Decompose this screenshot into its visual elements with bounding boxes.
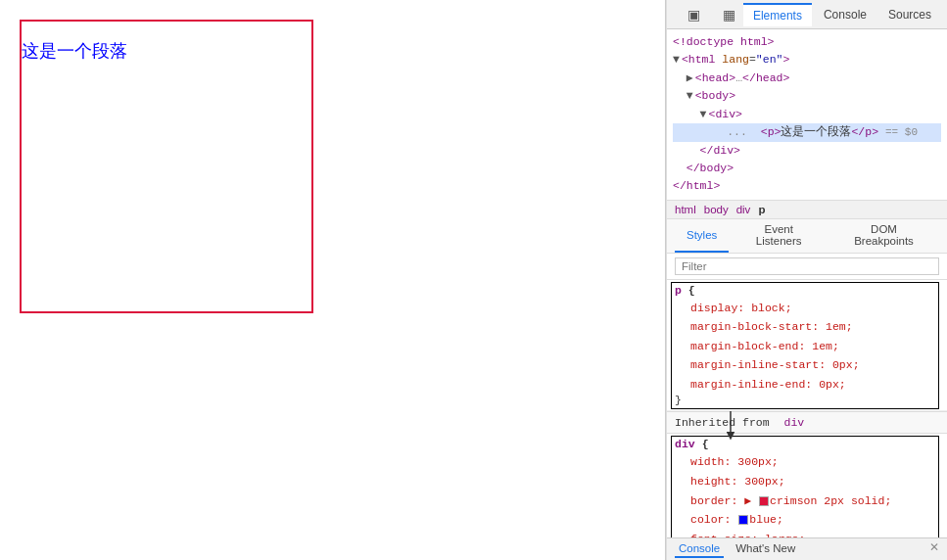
sub-tabs: Styles Event Listeners DOM Breakpoints [667,219,947,254]
p-block-close: } [675,394,939,406]
tab-sources[interactable]: Sources [878,4,941,25]
div-style-block: div { width: 300px; height: 300px; borde… [667,434,947,537]
dom-line-body[interactable]: ▼<body> [673,87,941,105]
tab-elements[interactable]: Elements [743,3,812,26]
p-style-block: p { display: block; margin-block-start: … [667,280,947,412]
demo-paragraph: 这是一个段落 [22,39,311,63]
dom-line-doctype: <!doctype html> [673,33,941,51]
devtools-panel: ▣ ▦ Elements Console Sources <!doctype h… [666,0,947,560]
bc-p[interactable]: p [758,204,765,215]
p-selector: p { [675,284,939,297]
tab-console[interactable]: Console [814,4,876,25]
div-font-size: font-size: large; [675,530,939,537]
dom-line-div-close: </div> [673,142,941,160]
inherited-label-div: Inherited from [675,416,770,429]
close-bottom-tab-icon[interactable]: ✕ [929,540,939,558]
bc-div[interactable]: div [736,204,751,215]
style-margin-inline-end: margin-inline-end: 0px; [675,375,939,395]
inspect-icon[interactable]: ▣ [683,3,706,26]
dom-line-div[interactable]: ▼<div> [673,106,941,123]
dom-line-p-selected[interactable]: ... <p>这是一个段落</p> == $0 [673,123,941,142]
p-style-block-container: p { display: block; margin-block-start: … [667,280,947,412]
dom-line-body-close: </body> [673,160,941,177]
dom-line-html[interactable]: ▼<html lang="en"> [673,51,941,69]
div-color: color: blue; [675,510,939,530]
bc-body[interactable]: body [704,204,729,215]
div-style-block-container: div { width: 300px; height: 300px; borde… [667,434,947,537]
dom-line-html-close: </html> [673,177,941,195]
style-margin-inline-start: margin-inline-start: 0px; [675,355,939,375]
div-width: width: 300px; [675,452,939,472]
subtab-styles[interactable]: Styles [675,219,729,253]
bottom-tab-console[interactable]: Console [675,540,724,558]
devtools-top-tabs: ▣ ▦ Elements Console Sources [667,0,947,29]
style-margin-block-end: margin-block-end: 1em; [675,337,939,356]
inherited-from-div-header: Inherited from div [667,411,947,434]
bottom-tab-whats-new[interactable]: What's New [732,540,799,558]
inherited-from-div-tag[interactable]: div [784,416,805,429]
demo-div: 这是一个段落 [20,20,313,313]
div-border: border: ▶ crimson 2px solid; [675,491,939,511]
div-height: height: 300px; [675,472,939,491]
filter-input[interactable] [675,257,939,275]
subtab-dom-breakpoints[interactable]: DOM Breakpoints [829,219,939,253]
breadcrumb: html body div p [667,201,947,219]
styles-panel: p { display: block; margin-block-start: … [667,280,947,537]
dom-line-head[interactable]: ▶<head>…</head> [673,70,941,87]
style-display: display: block; [675,299,939,318]
device-icon[interactable]: ▦ [718,3,741,26]
bottom-tabs: Console What's New ✕ [667,537,947,560]
bc-html[interactable]: html [675,204,696,215]
color-swatch[interactable] [738,515,748,525]
browser-preview: 这是一个段落 [0,0,666,560]
subtab-event-listeners[interactable]: Event Listeners [729,219,829,253]
filter-bar [667,254,947,280]
dom-tree: <!doctype html> ▼<html lang="en"> ▶<head… [667,29,947,201]
border-color-swatch[interactable] [759,496,769,506]
div-selector: div { [675,438,939,450]
style-margin-block-start: margin-block-start: 1em; [675,317,939,337]
